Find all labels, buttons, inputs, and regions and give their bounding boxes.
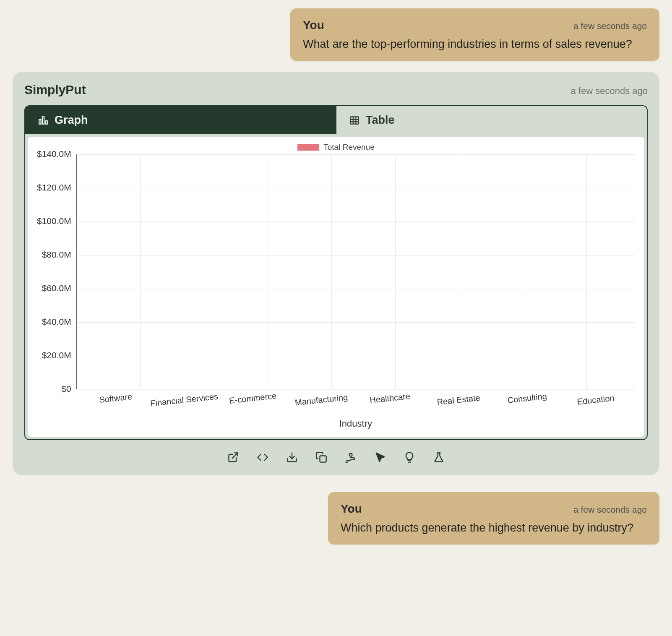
- svg-point-11: [349, 454, 352, 456]
- svg-rect-10: [320, 456, 326, 462]
- chart-legend: Total Revenue: [37, 143, 635, 152]
- download-icon[interactable]: [285, 450, 299, 464]
- tab-table[interactable]: Table: [336, 106, 647, 134]
- message-author: You: [303, 18, 324, 32]
- flask-icon[interactable]: [432, 450, 446, 464]
- chart-panel: Total Revenue $140.0M$120.0M$100.0M$80.0…: [28, 137, 644, 437]
- tab-graph[interactable]: Graph: [25, 106, 336, 134]
- x-tick: Healthcare: [355, 390, 425, 407]
- x-tick: E-commerce: [218, 390, 287, 407]
- plot-area: [76, 154, 635, 389]
- assistant-timestamp: a few seconds ago: [571, 86, 648, 96]
- message-text: Which products generate the highest reve…: [341, 521, 647, 534]
- x-axis-title: Industry: [76, 418, 635, 429]
- hand-offer-icon[interactable]: [344, 450, 358, 464]
- x-tick: Software: [81, 390, 150, 407]
- table-icon: [349, 115, 360, 126]
- message-timestamp: a few seconds ago: [573, 21, 647, 31]
- x-tick: Consulting: [492, 390, 562, 407]
- assistant-author: SimplyPut: [24, 83, 86, 97]
- svg-line-8: [232, 453, 238, 459]
- x-tick: Financial Services: [150, 391, 219, 408]
- svg-rect-0: [39, 119, 41, 124]
- message-timestamp: a few seconds ago: [573, 505, 647, 515]
- user-message: You a few seconds ago Which products gen…: [328, 492, 659, 545]
- code-icon[interactable]: [255, 450, 270, 464]
- x-tick: Education: [561, 391, 630, 408]
- cursor-icon[interactable]: [373, 450, 387, 464]
- lightbulb-icon[interactable]: [402, 450, 417, 464]
- svg-rect-2: [45, 121, 47, 124]
- legend-label: Total Revenue: [323, 143, 374, 152]
- chart-container: Graph Table Total Revenue: [24, 105, 648, 440]
- x-tick: Manufacturing: [287, 391, 356, 408]
- view-tabs: Graph Table: [25, 106, 647, 134]
- message-text: What are the top-performing industries i…: [303, 38, 647, 51]
- y-axis: $140.0M$120.0M$100.0M$80.0M$60.0M$40.0M$…: [37, 154, 76, 389]
- message-author: You: [341, 502, 362, 516]
- user-message: You a few seconds ago What are the top-p…: [290, 8, 659, 61]
- svg-rect-3: [350, 117, 359, 124]
- x-axis-labels: SoftwareFinancial ServicesE-commerceManu…: [76, 389, 635, 403]
- x-tick: Real Estate: [424, 391, 493, 408]
- chart-toolbar: [24, 440, 648, 467]
- legend-swatch: [297, 144, 319, 151]
- tab-table-label: Table: [366, 114, 395, 127]
- svg-rect-1: [42, 117, 44, 124]
- tab-graph-label: Graph: [55, 114, 88, 127]
- assistant-message: SimplyPut a few seconds ago Graph: [13, 72, 659, 475]
- bar-chart-icon: [38, 115, 49, 126]
- copy-icon[interactable]: [314, 450, 328, 464]
- open-external-icon[interactable]: [226, 450, 240, 464]
